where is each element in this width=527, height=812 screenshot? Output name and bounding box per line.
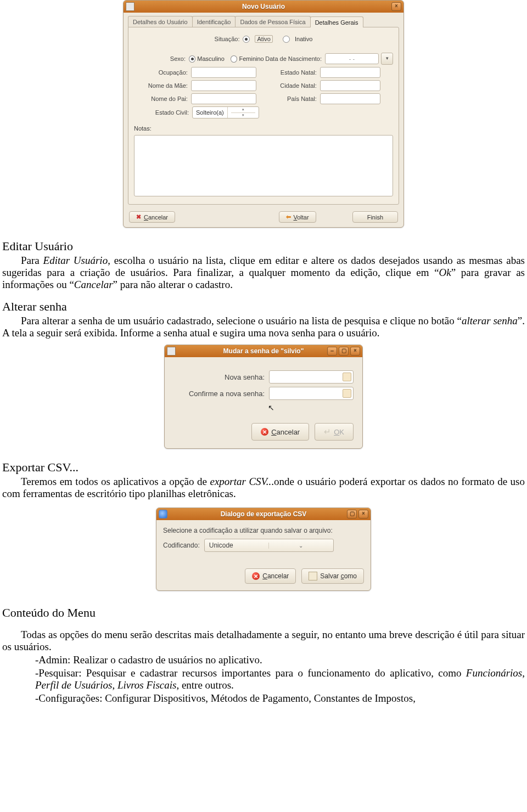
notas-textarea[interactable]	[134, 135, 393, 196]
cidade-natal-input[interactable]	[320, 80, 380, 91]
app-icon	[159, 510, 167, 518]
masculino-label: Masculino	[197, 55, 225, 62]
cursor-icon: ↖	[268, 403, 354, 412]
csv-export-dialog: Dialogo de exportação CSV ▢ × Selecione …	[156, 507, 371, 591]
maximize-icon[interactable]: ▢	[347, 510, 357, 518]
sexo-label: Sexo:	[134, 55, 186, 62]
ok-button[interactable]: ↵ OK	[315, 423, 354, 441]
window-title: Dialogo de exportação CSV	[156, 510, 371, 518]
nome-mae-input[interactable]	[191, 80, 256, 91]
cancel-button[interactable]: ✕ Cancelar	[245, 568, 296, 584]
para-csv: Teremos em todos os aplicativos a opção …	[2, 476, 525, 500]
cancel-icon: ✕	[261, 428, 268, 436]
chevron-down-icon: ⌄	[268, 543, 333, 549]
back-label-rest: oltar	[297, 214, 309, 221]
heading-exportar-csv: Exportar CSV...	[2, 460, 525, 475]
nome-pai-input[interactable]	[191, 93, 256, 104]
pais-natal-label: País Natal:	[256, 95, 317, 102]
tab-identificacao[interactable]: Identificação	[192, 16, 236, 27]
situacao-label: Situação:	[215, 36, 240, 42]
cancel-icon: ✕	[252, 572, 260, 580]
heading-conteudo-menu: Conteúdo do Menu	[2, 606, 525, 620]
arrow-left-icon: ⬅	[286, 213, 291, 221]
para-menu-intro: Todas as opções do menu serão descritas …	[2, 629, 525, 653]
pais-natal-input[interactable]	[320, 93, 380, 104]
minimize-icon[interactable]: –	[327, 347, 337, 356]
tab-detalhes-gerais[interactable]: Detalhes Gerais	[310, 16, 363, 27]
tabs: Detalhes do Usuário Identificação Dados …	[128, 16, 399, 27]
ocupacao-input[interactable]	[191, 67, 256, 78]
encoding-select[interactable]: Unicode ⌄	[204, 539, 334, 552]
nome-pai-label: Nome do Pai:	[134, 95, 188, 102]
data-nasc-label: Data de Nascimento:	[264, 55, 322, 62]
para-senha: Para alterar a senha de um usuário cadas…	[2, 315, 525, 339]
ativo-label: Ativo	[255, 35, 272, 43]
tab-dados-pessoa-fisica[interactable]: Dados de Pessoa Física	[235, 16, 310, 27]
codificando-label: Codificando:	[163, 542, 200, 549]
heading-alterar-senha: Alterar senha	[2, 300, 525, 314]
app-icon	[167, 347, 176, 356]
encoding-value: Unicode	[205, 542, 269, 549]
window-title: Novo Usuário	[124, 3, 403, 10]
radio-feminino[interactable]	[231, 55, 237, 63]
keyboard-icon	[343, 389, 351, 398]
menu-configuracoes: -Configurações: Configurar Dispositivos,…	[35, 692, 525, 704]
app-icon	[126, 2, 134, 11]
save-icon	[309, 572, 317, 580]
cancel-icon: ✖	[136, 213, 141, 221]
back-button[interactable]: ⬅ Voltar	[279, 211, 316, 223]
close-icon[interactable]: ×	[350, 347, 360, 356]
ocupacao-label: Ocupação:	[134, 69, 188, 76]
titlebar: Novo Usuário ×	[124, 1, 403, 13]
radio-inativo[interactable]	[283, 36, 290, 43]
cancel-button[interactable]: ✖ Cancelar	[129, 211, 175, 223]
menu-admin: -Admin: Realizar o cadastro de usuários …	[35, 654, 525, 666]
titlebar: Dialogo de exportação CSV ▢ ×	[156, 508, 371, 520]
novo-usuario-dialog: Novo Usuário × Detalhes do Usuário Ident…	[123, 0, 404, 228]
estado-civil-label: Estado Civil:	[134, 109, 189, 116]
tab-detalhes-usuario[interactable]: Detalhes do Usuário	[128, 16, 193, 27]
estado-civil-combo[interactable]: Solteiro(a) ▴▾	[192, 106, 259, 119]
estado-civil-value: Solteiro(a)	[193, 109, 227, 116]
finish-button[interactable]: Finish	[352, 211, 398, 223]
menu-items: -Admin: Realizar o cadastro de usuários …	[35, 654, 525, 704]
maximize-icon[interactable]: ▢	[339, 347, 349, 356]
data-nasc-input[interactable]: - -	[325, 53, 379, 64]
nome-mae-label: Nome da Mãe:	[134, 82, 188, 89]
radio-masculino[interactable]	[189, 55, 195, 63]
inativo-label: Inativo	[295, 36, 312, 42]
nova-senha-label: Nova senha:	[173, 373, 265, 381]
close-icon[interactable]: ×	[391, 2, 401, 11]
save-as-button[interactable]: Salvar como	[301, 568, 364, 584]
radio-ativo[interactable]	[243, 36, 250, 43]
enter-icon: ↵	[324, 427, 331, 437]
date-dropdown-button[interactable]: ▾	[381, 53, 393, 65]
estado-natal-input[interactable]	[320, 67, 380, 78]
keyboard-icon	[343, 373, 351, 381]
menu-pesquisar: -Pesquisar: Pesquisar e cadastrar recurs…	[35, 667, 525, 691]
confirme-senha-input[interactable]	[269, 387, 354, 400]
confirme-senha-label: Confirme a nova senha:	[173, 390, 265, 398]
titlebar: Mudar a senha de "silvio" – ▢ ×	[165, 345, 362, 357]
feminino-label: Feminino	[239, 55, 264, 62]
cancel-button[interactable]: ✕ Cancelar	[251, 423, 309, 441]
nova-senha-input[interactable]	[269, 370, 354, 384]
mudar-senha-dialog: Mudar a senha de "silvio" – ▢ × Nova sen…	[164, 345, 363, 449]
tab-pane: Situação: Ativo Inativo Sexo: Masculino	[128, 27, 399, 205]
para-editar: Para Editar Usuário, escolha o usuário n…	[2, 255, 525, 291]
finish-label: Finish	[367, 214, 383, 221]
close-icon[interactable]: ×	[358, 510, 368, 518]
heading-editar-usuario: Editar Usuário	[2, 239, 525, 253]
cidade-natal-label: Cidade Natal:	[256, 82, 317, 89]
notas-label: Notas:	[134, 125, 393, 132]
csv-instruction: Selecione a codificação a utilizar quand…	[163, 527, 364, 534]
spinner-icon[interactable]: ▴▾	[227, 107, 259, 118]
cancel-label-rest: ancelar	[148, 214, 168, 221]
estado-natal-label: Estado Natal:	[256, 69, 317, 76]
